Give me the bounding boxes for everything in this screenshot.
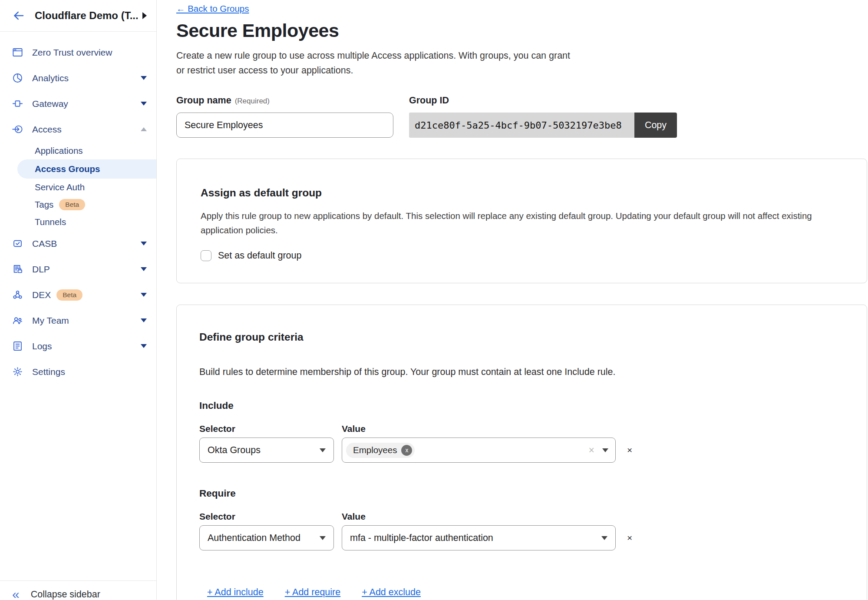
- chevron-down-icon[interactable]: [141, 318, 147, 322]
- window-icon: [12, 46, 23, 58]
- sidebar-item-label: Zero Trust overview: [32, 47, 112, 58]
- chevron-down-icon: [601, 536, 607, 540]
- require-selector-dropdown[interactable]: Authentication Method: [199, 525, 334, 550]
- chevron-down-icon[interactable]: [141, 267, 147, 271]
- chevron-down-icon: [320, 536, 326, 540]
- sidebar-item-label: CASB: [32, 239, 57, 249]
- account-title: Cloudflare Demo (T...: [35, 10, 139, 22]
- group-name-input[interactable]: [176, 113, 393, 138]
- group-name-column: Group name(Required): [176, 95, 393, 138]
- add-include-link[interactable]: + Add include: [207, 587, 264, 598]
- sidebar-item-label: Service Auth: [35, 182, 85, 192]
- team-icon: [12, 315, 23, 326]
- chevron-down-icon[interactable]: [141, 293, 147, 297]
- back-arrow-icon[interactable]: [12, 9, 25, 22]
- collapse-sidebar-button[interactable]: « Collapse sidebar: [0, 580, 156, 600]
- value-chip: Employees x: [346, 443, 415, 458]
- page-title: Secure Employees: [176, 20, 868, 41]
- default-group-card-title: Assign as default group: [201, 187, 841, 199]
- require-column-labels: Selector Value: [199, 511, 841, 522]
- include-heading: Include: [199, 400, 841, 411]
- group-id-label: Group ID: [409, 95, 677, 106]
- sidebar-item-access[interactable]: Access: [0, 116, 156, 142]
- selector-label: Selector: [199, 424, 342, 434]
- chevron-right-icon: [142, 12, 147, 19]
- require-rule-row: Authentication Method mfa - multiple-fac…: [199, 525, 841, 550]
- sidebar-item-dlp[interactable]: DLP: [0, 256, 156, 282]
- sidebar-item-access-groups[interactable]: Access Groups: [17, 159, 156, 179]
- sidebar-item-casb[interactable]: CASB: [0, 231, 156, 256]
- value-label: Value: [342, 424, 366, 434]
- dex-icon: [12, 289, 23, 301]
- chevron-down-icon[interactable]: [141, 102, 147, 106]
- sidebar-item-label: DEX: [32, 290, 51, 300]
- sidebar-item-label: Access: [32, 124, 62, 135]
- chevron-up-icon[interactable]: [141, 127, 147, 131]
- collapse-sidebar-label: Collapse sidebar: [31, 589, 100, 600]
- sidebar-item-zero-trust-overview[interactable]: Zero Trust overview: [0, 40, 156, 65]
- sidebar-item-service-auth[interactable]: Service Auth: [0, 179, 156, 196]
- sidebar: Cloudflare Demo (T... Zero Trust overvie…: [0, 0, 157, 600]
- chevron-down-icon[interactable]: [141, 344, 147, 348]
- sidebar-item-tags[interactable]: TagsBeta: [0, 196, 156, 213]
- criteria-card-title: Define group criteria: [199, 331, 841, 343]
- sidebar-item-label: Tunnels: [35, 217, 66, 227]
- sidebar-item-label: Analytics: [32, 73, 69, 83]
- include-value-multiselect[interactable]: Employees x ×: [342, 438, 616, 463]
- sidebar-item-applications[interactable]: Applications: [0, 142, 156, 159]
- clear-values-icon[interactable]: ×: [589, 444, 594, 456]
- sidebar-item-label: DLP: [32, 264, 50, 275]
- sidebar-item-gateway[interactable]: Gateway: [0, 91, 156, 116]
- sidebar-item-dex[interactable]: DEXBeta: [0, 282, 156, 308]
- chip-remove-icon[interactable]: x: [401, 445, 412, 456]
- group-id-value: d21ce80f-5a25-4bcf-9b07-5032197e3be8: [409, 113, 634, 138]
- add-rule-links: + Add include + Add require + Add exclud…: [207, 587, 841, 598]
- default-group-card: Assign as default group Apply this rule …: [176, 159, 867, 283]
- require-value-dropdown[interactable]: mfa - multiple-factor authentication: [342, 525, 616, 550]
- sidebar-item-tunnels[interactable]: Tunnels: [0, 213, 156, 231]
- chevron-down-icon: [602, 448, 608, 452]
- gear-icon: [12, 366, 23, 378]
- chevron-down-icon[interactable]: [141, 76, 147, 80]
- criteria-card-description: Build rules to determine membership of t…: [199, 367, 841, 378]
- remove-require-rule-icon[interactable]: ×: [627, 533, 632, 543]
- sidebar-item-settings[interactable]: Settings: [0, 359, 156, 385]
- default-group-card-description: Apply this rule group to new application…: [201, 209, 841, 237]
- sidebar-item-label: Access Groups: [35, 164, 100, 174]
- page-description: Create a new rule group to use across mu…: [176, 48, 868, 78]
- group-name-id-row: Group name(Required) Group ID d21ce80f-5…: [176, 95, 868, 138]
- sidebar-item-analytics[interactable]: Analytics: [0, 65, 156, 91]
- beta-badge: Beta: [56, 289, 83, 301]
- add-exclude-link[interactable]: + Add exclude: [362, 587, 421, 598]
- chevron-down-icon: [320, 448, 326, 452]
- sidebar-item-my-team[interactable]: My Team: [0, 308, 156, 333]
- remove-include-rule-icon[interactable]: ×: [627, 445, 632, 455]
- account-switcher[interactable]: Cloudflare Demo (T...: [0, 0, 156, 32]
- dlp-icon: [12, 263, 23, 275]
- sidebar-item-logs[interactable]: Logs: [0, 333, 156, 359]
- sidebar-item-label: Settings: [32, 367, 65, 377]
- set-default-group-row: Set as default group: [201, 250, 841, 261]
- collapse-chevrons-icon: «: [12, 588, 20, 600]
- casb-icon: [12, 238, 23, 249]
- group-id-group: d21ce80f-5a25-4bcf-9b07-5032197e3be8 Cop…: [409, 113, 677, 138]
- include-rule-row: Okta Groups Employees x × ×: [199, 438, 841, 463]
- logs-icon: [12, 340, 23, 352]
- back-to-groups-link[interactable]: ← Back to Groups: [176, 3, 249, 14]
- set-default-group-checkbox[interactable]: [201, 250, 211, 261]
- criteria-card: Define group criteria Build rules to det…: [176, 305, 867, 600]
- beta-badge: Beta: [59, 199, 85, 210]
- sidebar-item-label: Gateway: [32, 99, 68, 109]
- required-hint: (Required): [235, 97, 270, 105]
- include-selector-dropdown[interactable]: Okta Groups: [199, 438, 334, 463]
- chevron-down-icon[interactable]: [141, 242, 147, 245]
- add-require-link[interactable]: + Add require: [285, 587, 341, 598]
- require-heading: Require: [199, 488, 841, 499]
- copy-button[interactable]: Copy: [634, 113, 677, 138]
- sidebar-item-label: Applications: [35, 146, 83, 156]
- group-name-label: Group name(Required): [176, 95, 393, 106]
- access-icon: [12, 123, 23, 135]
- set-default-group-label: Set as default group: [218, 250, 301, 261]
- sidebar-item-label: Logs: [32, 341, 52, 351]
- zero-trust-dashboard: Cloudflare Demo (T... Zero Trust overvie…: [0, 0, 868, 600]
